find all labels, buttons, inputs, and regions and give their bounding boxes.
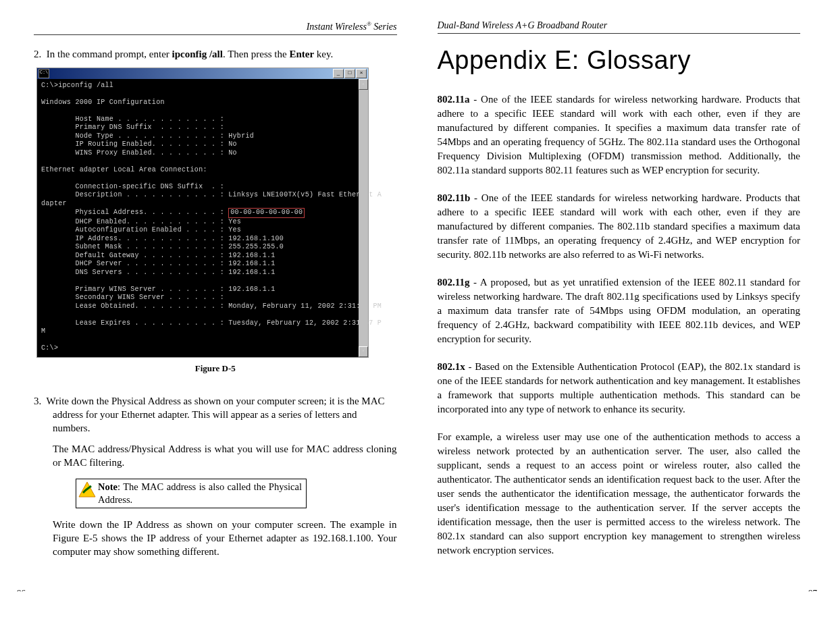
- series-name: Instant Wireless® Series: [307, 22, 397, 32]
- header-left: Instant Wireless® Series: [34, 20, 397, 35]
- close-button[interactable]: ×: [356, 69, 367, 78]
- scroll-up-button[interactable]: ▴: [359, 79, 368, 90]
- titlebar-buttons: _ □ ×: [333, 69, 367, 78]
- figure-caption: Figure D-5: [34, 363, 397, 374]
- cmd-icon: C:\: [38, 69, 49, 78]
- appendix-title: Appendix E: Glossary: [438, 46, 801, 75]
- header-right: Dual-Band Wireless A+G Broadband Router: [438, 20, 801, 34]
- step-2: 2. In the command prompt, enter ipconfig…: [53, 47, 397, 61]
- vertical-scrollbar[interactable]: ▴ ▾: [359, 79, 368, 357]
- step2-text-c: key.: [314, 49, 333, 59]
- glossary-8021x-p2: For example, a wireless user may use one…: [438, 430, 801, 558]
- def-80211g: - A proposed, but as yet unratified exte…: [438, 277, 801, 344]
- def-80211a: - One of the IEEE standards for wireless…: [438, 94, 801, 176]
- step2-command: ipconfig /all: [172, 49, 223, 59]
- term-80211g: 802.11g: [438, 277, 470, 288]
- command-output: C:\>ipconfig /all Windows 2000 IP Config…: [37, 79, 368, 357]
- maximize-button[interactable]: □: [344, 69, 355, 78]
- left-page: Instant Wireless® Series 2. In the comma…: [34, 20, 397, 571]
- term-80211a: 802.11a: [438, 94, 470, 105]
- step2-enter: Enter: [289, 49, 314, 59]
- command-prompt-window: C:\ _ □ × C:\>ipconfig /all Windows 2000…: [36, 68, 369, 358]
- def-8021x: - Based on the Extensible Authentication…: [438, 361, 801, 414]
- scroll-down-button[interactable]: ▾: [359, 346, 368, 357]
- note-box: Note: The MAC address is also called the…: [76, 479, 307, 508]
- step2-text-a: In the command prompt, enter: [47, 49, 172, 59]
- glossary-80211a: 802.11a - One of the IEEE standards for …: [438, 92, 801, 178]
- glossary-80211g: 802.11g - A proposed, but as yet unratif…: [438, 275, 801, 346]
- note-text: Note: The MAC address is also called the…: [98, 479, 306, 508]
- term-8021x: 802.1x: [438, 361, 465, 372]
- def-80211b: - One of the IEEE standards for wireless…: [438, 192, 801, 260]
- step2-text-b: . Then press the: [223, 49, 289, 59]
- physical-address-highlight: 00-00-00-00-00-00: [228, 208, 305, 218]
- step3-para2: The MAC address/Physical Address is what…: [53, 442, 397, 470]
- glossary-80211b: 802.11b - One of the IEEE standards for …: [438, 191, 801, 262]
- term-80211b: 802.11b: [438, 192, 471, 203]
- step3-para1: Write down the Physical Address as shown…: [46, 396, 384, 434]
- page-number-right: 97: [808, 587, 817, 591]
- step2-number: 2.: [34, 49, 41, 59]
- step3-number: 3.: [34, 396, 41, 406]
- step3-para3: Write down the IP Address as shown on yo…: [53, 518, 397, 559]
- minimize-button[interactable]: _: [333, 69, 344, 78]
- warning-icon: [76, 479, 98, 501]
- right-page: Dual-Band Wireless A+G Broadband Router …: [438, 20, 801, 571]
- page-number-left: 96: [17, 587, 26, 591]
- glossary-8021x: 802.1x - Based on the Extensible Authent…: [438, 360, 801, 417]
- titlebar: C:\ _ □ ×: [37, 68, 368, 79]
- step-3: 3. Write down the Physical Address as sh…: [53, 394, 397, 435]
